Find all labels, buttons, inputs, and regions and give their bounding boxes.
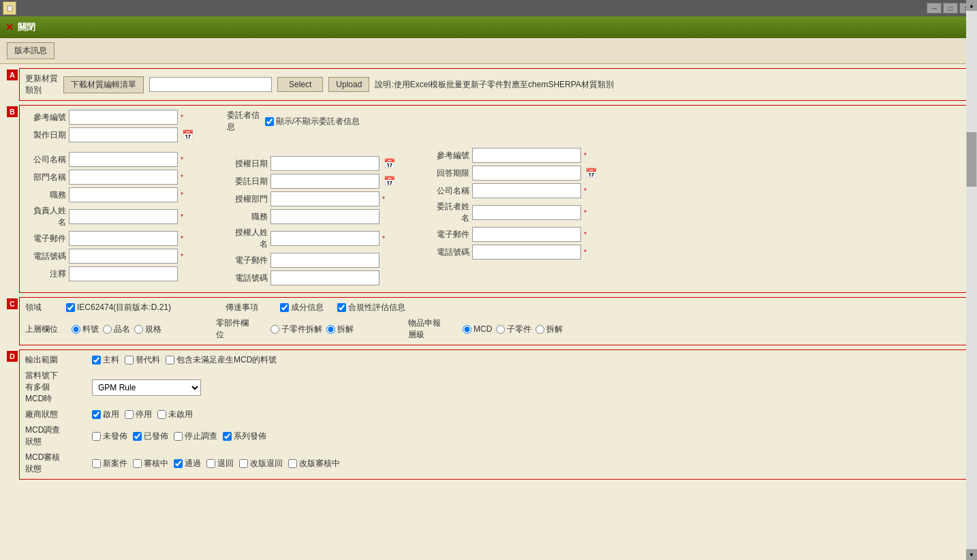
returned-checkbox-label[interactable]: 退回: [206, 458, 234, 469]
download-material-btn[interactable]: 下載材質編輯清單: [63, 76, 144, 93]
sub-radio-breakdown-input[interactable]: [326, 325, 335, 334]
email-input[interactable]: [69, 231, 178, 246]
main-material-checkbox[interactable]: [92, 356, 101, 364]
not-enabled-checkbox[interactable]: [157, 410, 166, 419]
alt-material-checkbox[interactable]: [125, 356, 134, 364]
not-published-checkbox[interactable]: [92, 432, 101, 441]
domain-checkbox[interactable]: [66, 303, 75, 312]
show-delegate-checkbox[interactable]: [265, 117, 274, 126]
company2-input[interactable]: [472, 183, 581, 198]
reply-deadline-input[interactable]: [472, 166, 581, 181]
reviewing-checkbox[interactable]: [133, 459, 142, 468]
reviewing-checkbox-label[interactable]: 審核中: [133, 458, 168, 469]
enabled-checkbox-label[interactable]: 啟用: [92, 409, 119, 420]
upper-radio-spec-input[interactable]: [134, 325, 143, 334]
upper-radio-spec[interactable]: 規格: [134, 324, 161, 335]
select-file-btn[interactable]: Select: [277, 77, 323, 92]
reply-deadline-cal-btn[interactable]: 📅: [584, 168, 598, 178]
upper-radio-part-no[interactable]: 料號: [72, 324, 99, 335]
phone-input[interactable]: [69, 249, 178, 264]
delegate-name-input[interactable]: [472, 205, 581, 220]
version-info-button[interactable]: 版本訊息: [7, 42, 55, 59]
note-input[interactable]: [69, 266, 178, 281]
upper-radio-part-no-input[interactable]: [72, 325, 80, 334]
email2-input[interactable]: [270, 253, 379, 268]
rev-reviewing-checkbox-label[interactable]: 改版審核中: [288, 458, 340, 469]
report-radio-sub-part[interactable]: 子零件: [496, 324, 531, 335]
scroll-thumb[interactable]: [967, 132, 976, 187]
compliance-checkbox[interactable]: [337, 303, 346, 312]
stop-survey-checkbox[interactable]: [174, 432, 183, 441]
report-level-label: 物品申報 層級: [408, 317, 449, 341]
include-checkbox-label[interactable]: 包含未滿足産生MCD的料號: [166, 354, 277, 366]
dept-name-input[interactable]: [69, 170, 178, 185]
series-published-checkbox[interactable]: [223, 432, 232, 441]
published-checkbox-label[interactable]: 已發佈: [133, 431, 168, 442]
disabled-checkbox-label[interactable]: 停用: [125, 409, 152, 420]
approved-checkbox[interactable]: [174, 459, 183, 468]
rev-reviewing-checkbox[interactable]: [288, 459, 297, 468]
responsible-person-input[interactable]: [69, 209, 178, 224]
report-radio-mcd[interactable]: MCD: [463, 324, 492, 334]
restore-btn[interactable]: □: [943, 3, 958, 14]
minimize-btn[interactable]: ─: [927, 3, 942, 14]
creation-date-input[interactable]: [69, 127, 178, 142]
compliance-checkbox-label[interactable]: 合規性評估信息: [337, 302, 405, 313]
job-title2-input[interactable]: [270, 209, 379, 224]
ref-no2-input[interactable]: [472, 148, 581, 163]
report-radio-sub-part-input[interactable]: [496, 325, 505, 334]
entrust-date-input[interactable]: [270, 174, 379, 189]
ingredient-checkbox[interactable]: [280, 303, 289, 312]
new-case-checkbox-label[interactable]: 新案件: [92, 458, 127, 469]
close-x-icon[interactable]: ✕: [5, 22, 14, 33]
auth-dept-input[interactable]: [270, 191, 379, 206]
creation-date-cal-btn[interactable]: 📅: [181, 129, 195, 140]
phone3-input[interactable]: [472, 245, 581, 260]
email3-label: 電子郵件: [429, 229, 469, 240]
gpm-rule-select[interactable]: GPM Rule: [92, 379, 201, 396]
show-delegate-checkbox-label[interactable]: 顯示/不顯示委託者信息: [265, 116, 360, 127]
disabled-checkbox[interactable]: [125, 410, 134, 419]
include-checkbox[interactable]: [166, 356, 174, 364]
auth-date-input[interactable]: [270, 156, 379, 171]
sub-radio-disassemble[interactable]: 子零件拆解: [270, 324, 322, 335]
rev-returned-checkbox-label[interactable]: 改版退回: [239, 458, 283, 469]
enabled-checkbox[interactable]: [92, 410, 101, 419]
upload-btn[interactable]: Upload: [328, 77, 369, 92]
upper-radio-product-name[interactable]: 品名: [103, 324, 130, 335]
stop-survey-checkbox-label[interactable]: 停止調查: [174, 431, 217, 442]
entrust-date-cal-btn[interactable]: 📅: [382, 176, 397, 187]
main-material-checkbox-label[interactable]: 主料: [92, 354, 119, 366]
auth-date-cal-btn[interactable]: 📅: [382, 158, 397, 169]
rev-returned-checkbox[interactable]: [239, 459, 248, 468]
delegate-name-label: 委託者姓 名: [429, 201, 469, 224]
ingredient-checkbox-label[interactable]: 成分信息: [280, 302, 324, 313]
published-checkbox[interactable]: [133, 432, 142, 441]
alt-material-checkbox-label[interactable]: 替代料: [125, 354, 160, 366]
report-radio-breakdown-input[interactable]: [536, 325, 544, 334]
email3-input[interactable]: [472, 227, 581, 242]
new-case-checkbox[interactable]: [92, 459, 101, 468]
scroll-up-btn[interactable]: ▲: [966, 0, 977, 11]
not-published-checkbox-label[interactable]: 未發佈: [92, 431, 127, 442]
report-radio-breakdown[interactable]: 拆解: [536, 324, 563, 335]
update-material-label: 更新材質 類別: [25, 73, 58, 96]
report-radio-mcd-input[interactable]: [463, 325, 471, 334]
ref-no-input[interactable]: [69, 110, 178, 125]
not-enabled-checkbox-label[interactable]: 未啟用: [157, 409, 193, 420]
auth-person-input[interactable]: [270, 231, 379, 246]
job-title-input[interactable]: [69, 187, 178, 202]
sub-radio-disassemble-input[interactable]: [270, 325, 279, 334]
approved-checkbox-label[interactable]: 通過: [174, 458, 201, 469]
company-name-input[interactable]: [69, 152, 178, 167]
upper-radio-product-name-input[interactable]: [103, 325, 112, 334]
domain-checkbox-label[interactable]: IEC62474(目前版本:D.21): [66, 302, 171, 313]
window-title: 關閉: [18, 21, 35, 33]
section-b-label: B: [7, 106, 18, 117]
series-published-checkbox-label[interactable]: 系列發佈: [223, 431, 266, 442]
file-path-input-box[interactable]: [149, 77, 272, 92]
returned-checkbox[interactable]: [206, 459, 215, 468]
phone2-input[interactable]: [270, 270, 379, 285]
scroll-down-btn[interactable]: ▼: [966, 549, 977, 560]
sub-radio-breakdown[interactable]: 拆解: [326, 324, 354, 335]
